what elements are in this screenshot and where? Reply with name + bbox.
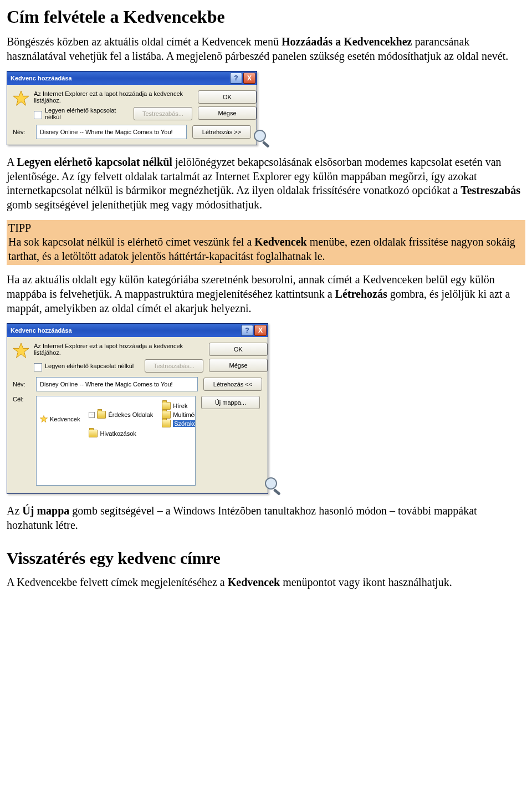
bold: Hozzáadás a Kedvencekhez: [282, 35, 412, 48]
folder-tree[interactable]: Kedvencek - Érdekes Oldalak: [36, 396, 196, 486]
bold: Új mappa: [22, 505, 69, 517]
bold: Testreszabás: [461, 184, 520, 196]
create-collapse-button[interactable]: Létrehozás <<: [203, 378, 262, 391]
close-button[interactable]: X: [243, 73, 255, 84]
customize-button: Testreszabás...: [134, 107, 192, 120]
svg-rect-6: [273, 488, 281, 496]
favorite-star-icon: [13, 343, 29, 359]
text: Böngészés közben az aktuális oldal címét…: [7, 35, 282, 48]
dialog-add-favorite-collapsed-wrap: Kedvenc hozzáadása ? X Az Internet Explo…: [7, 71, 257, 145]
paragraph-new-folder: Az Új mappa gomb segítségével – a Window…: [7, 504, 525, 532]
offline-checkbox-label[interactable]: Legyen elérhető kapcsolat nélkül: [45, 107, 134, 120]
bold: Kedvencek: [228, 576, 280, 588]
tree-node[interactable]: Hírek: [173, 402, 187, 409]
ok-button[interactable]: OK: [209, 343, 268, 356]
magnifier-icon: [252, 128, 274, 150]
favorites-star-icon: [40, 415, 48, 423]
help-button[interactable]: ?: [230, 73, 242, 84]
new-folder-button[interactable]: Új mappa...: [201, 396, 260, 409]
dialog-titlebar[interactable]: Kedvenc hozzáadása ? X: [7, 72, 257, 85]
paragraph-return: A Kedvencekbe felvett címek megjelenítés…: [7, 575, 525, 590]
customize-button: Testreszabás...: [145, 359, 203, 373]
tree-node[interactable]: Hivatkozások: [100, 430, 136, 437]
heading-return-favorite: Visszatérés egy kedvenc címre: [7, 549, 525, 568]
svg-marker-4: [40, 416, 47, 422]
dialog-body: Az Internet Explorer ezt a lapot hozzáad…: [7, 85, 257, 145]
name-input-value: Disney Online -- Where the Magic Comes t…: [40, 381, 173, 388]
text: Az: [7, 505, 22, 517]
favorite-star-icon: [13, 90, 29, 107]
create-expand-button[interactable]: Létrehozás >>: [192, 125, 251, 139]
dialog-intro-text: Az Internet Explorer ezt a lapot hozzáad…: [34, 90, 192, 104]
folder-icon: [162, 411, 171, 419]
dialog-add-favorite-expanded: Kedvenc hozzáadása ? X Az Internet Explo…: [7, 323, 268, 494]
close-button[interactable]: X: [254, 325, 267, 336]
name-input[interactable]: Disney Online -- Where the Magic Comes t…: [36, 377, 198, 391]
dialog-intro-text: Az Internet Explorer ezt a lapot hozzáad…: [34, 343, 203, 356]
folder-icon: [162, 420, 171, 427]
target-field-label: Cél:: [13, 396, 30, 402]
cancel-button[interactable]: Mégse: [209, 359, 268, 372]
offline-checkbox-label[interactable]: Legyen elérhető kapcsolat nélkül: [45, 363, 145, 369]
svg-point-1: [254, 130, 265, 141]
name-field-label: Név:: [13, 129, 30, 135]
dialog-titlebar[interactable]: Kedvenc hozzáadása ? X: [7, 324, 268, 337]
svg-point-5: [265, 478, 277, 489]
text: Ha sok kapcsolat nélkül is elérhetõ címe…: [8, 236, 254, 248]
dialog-add-favorite-expanded-wrap: Kedvenc hozzáadása ? X Az Internet Explo…: [7, 323, 268, 494]
offline-checkbox[interactable]: [34, 363, 42, 371]
text: gomb segítségével jeleníthetjük meg vagy…: [7, 198, 262, 211]
text: menüpontot vagy ikont használhatjuk.: [280, 576, 452, 588]
text: A: [7, 156, 17, 168]
name-input[interactable]: Disney Online -- Where the Magic Comes t…: [36, 125, 187, 139]
text: gomb segítségével – a Windows Intézõben …: [7, 505, 477, 531]
dialog-title: Kedvenc hozzáadása: [11, 75, 229, 81]
paragraph-category: Ha az aktuális oldalt egy külön kategóri…: [7, 273, 525, 315]
ok-button[interactable]: OK: [198, 90, 257, 104]
name-input-value: Disney Online -- Where the Magic Comes t…: [40, 129, 173, 135]
bold: Kedvencek: [254, 236, 306, 248]
tip-box: TIPP Ha sok kapcsolat nélkül is elérhetõ…: [7, 220, 525, 266]
tree-collapse-icon[interactable]: -: [89, 412, 95, 418]
tree-node[interactable]: Multimédia: [173, 411, 196, 418]
svg-marker-3: [13, 343, 29, 358]
tree-node[interactable]: Érdekes Oldalak: [108, 411, 153, 418]
tip-label: TIPP: [8, 222, 31, 234]
folder-icon: [97, 411, 106, 419]
help-button[interactable]: ?: [241, 325, 253, 336]
text: A Kedvencekbe felvett címek megjelenítés…: [7, 576, 228, 588]
dialog-title: Kedvenc hozzáadása: [11, 327, 240, 334]
svg-rect-2: [262, 141, 270, 148]
name-field-label: Név:: [13, 381, 30, 388]
tree-root[interactable]: Kedvencek: [50, 416, 80, 422]
paragraph-offline: A Legyen elérhetõ kapcsolat nélkül jelöl…: [7, 155, 525, 212]
tree-node-selected[interactable]: Szórakozás: [173, 420, 196, 427]
bold: Létrehozás: [335, 288, 387, 300]
magnifier-icon: [263, 475, 285, 497]
folder-icon: [89, 430, 98, 437]
heading-add-favorite: Cím felvétele a Kedvencekbe: [7, 7, 525, 27]
cancel-button[interactable]: Mégse: [198, 106, 257, 120]
dialog-add-favorite-collapsed: Kedvenc hozzáadása ? X Az Internet Explo…: [7, 71, 257, 145]
dialog-body: Az Internet Explorer ezt a lapot hozzáad…: [7, 337, 268, 493]
folder-icon: [162, 402, 171, 410]
svg-marker-0: [13, 91, 29, 105]
bold: Legyen elérhetõ kapcsolat nélkül: [17, 156, 172, 168]
paragraph-intro: Böngészés közben az aktuális oldal címét…: [7, 35, 525, 63]
offline-checkbox[interactable]: [34, 111, 42, 119]
